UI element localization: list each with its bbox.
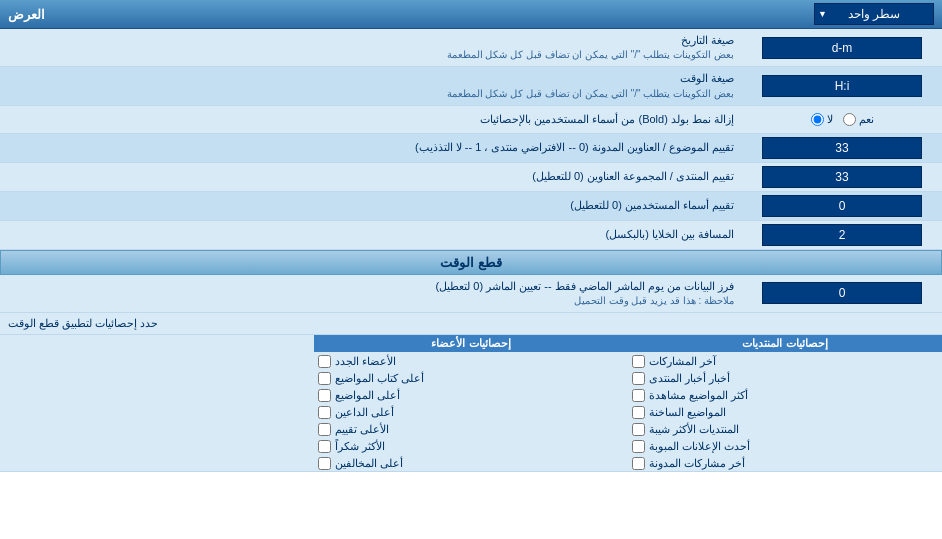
time-cut-label: فرز البيانات من يوم الماشر الماضي فقط --… — [0, 275, 742, 312]
col-members: إحصائيات الأعضاء الأعضاء الجدد أعلى كتاب… — [314, 335, 628, 471]
sort-forum-label: تقييم المنتدى / المجموعة العناوين (0 للت… — [0, 165, 742, 188]
sort-forum-input[interactable] — [762, 166, 922, 188]
cb-item[interactable]: أعلى الداعين — [314, 405, 628, 420]
cb-item[interactable]: المنتديات الأكثر شيبة — [628, 422, 942, 437]
top-header: سطر واحدسطرينثلاثة أسطر العرض — [0, 0, 942, 29]
remove-bold-radio-group: نعم لا — [811, 113, 874, 126]
time-cut-row: فرز البيانات من يوم الماشر الماضي فقط --… — [0, 275, 942, 313]
display-dropdown-wrapper[interactable]: سطر واحدسطرينثلاثة أسطر — [814, 3, 934, 25]
cb-item[interactable]: أحدث الإعلانات المبوبة — [628, 439, 942, 454]
col-forums: إحصائيات المنتديات آخر المشاركات أخبار أ… — [628, 335, 942, 471]
date-format-row: صيغة التاريخ بعض التكوينات يتطلب "/" الت… — [0, 29, 942, 67]
distance-cells-row: المسافة بين الخلايا (بالبكسل) — [0, 221, 942, 250]
radio-yes[interactable] — [843, 113, 856, 126]
distance-cells-input[interactable] — [762, 224, 922, 246]
cb-top-writers[interactable] — [318, 372, 331, 385]
distance-cells-label: المسافة بين الخلايا (بالبكسل) — [0, 223, 742, 246]
cb-top-rated[interactable] — [318, 423, 331, 436]
cb-item[interactable]: آخر المشاركات — [628, 354, 942, 369]
remove-bold-input-cell[interactable]: نعم لا — [742, 110, 942, 129]
page-title: العرض — [8, 7, 45, 22]
col-limit: placeholder — [0, 335, 314, 471]
remove-bold-row: نعم لا إزالة نمط بولد (Bold) من أسماء ال… — [0, 106, 942, 134]
cb-top-inviters[interactable] — [318, 406, 331, 419]
remove-bold-label: إزالة نمط بولد (Bold) من أسماء المستخدمي… — [0, 108, 742, 131]
cb-top-violators[interactable] — [318, 457, 331, 470]
sort-usernames-label: تقييم أسماء المستخدمين (0 للتعطيل) — [0, 194, 742, 217]
cb-item[interactable]: أكثر المواضيع مشاهدة — [628, 388, 942, 403]
sort-forum-row: تقييم المنتدى / المجموعة العناوين (0 للت… — [0, 163, 942, 192]
sort-usernames-input[interactable] — [762, 195, 922, 217]
time-cut-input[interactable] — [762, 282, 922, 304]
time-cut-input-cell[interactable] — [742, 279, 942, 307]
date-format-input-cell[interactable] — [742, 34, 942, 62]
radio-no[interactable] — [811, 113, 824, 126]
sort-topics-row: تقييم الموضوع / العناوين المدونة (0 -- ا… — [0, 134, 942, 163]
cb-most-similar[interactable] — [632, 423, 645, 436]
cb-latest-classified[interactable] — [632, 440, 645, 453]
cb-hot-topics[interactable] — [632, 406, 645, 419]
cb-most-thanks[interactable] — [318, 440, 331, 453]
cb-item[interactable]: أعلى المخالفين — [314, 456, 628, 471]
cb-item[interactable]: الأكثر شكراً — [314, 439, 628, 454]
sort-topics-input[interactable] — [762, 137, 922, 159]
sort-topics-input-cell[interactable] — [742, 134, 942, 162]
cb-item[interactable]: الأعلى تقييم — [314, 422, 628, 437]
radio-no-label[interactable]: لا — [811, 113, 833, 126]
distance-cells-input-cell[interactable] — [742, 221, 942, 249]
cb-item[interactable]: أعلى كتاب المواضيع — [314, 371, 628, 386]
col2-title: إحصائيات الأعضاء — [314, 335, 628, 352]
col1-title: إحصائيات المنتديات — [628, 335, 942, 352]
cb-most-viewed[interactable] — [632, 389, 645, 402]
sort-usernames-input-cell[interactable] — [742, 192, 942, 220]
date-format-input[interactable] — [762, 37, 922, 59]
date-format-label: صيغة التاريخ بعض التكوينات يتطلب "/" الت… — [0, 29, 742, 66]
cb-item[interactable]: أخبار أخبار المنتدى — [628, 371, 942, 386]
time-format-row: صيغة الوقت بعض التكوينات يتطلب "/" التي … — [0, 67, 942, 105]
cb-item[interactable]: أعلى المواضيع — [314, 388, 628, 403]
checkboxes-row: إحصائيات المنتديات آخر المشاركات أخبار أ… — [0, 335, 942, 471]
cb-item[interactable]: أخر مشاركات المدونة — [628, 456, 942, 471]
sort-usernames-row: تقييم أسماء المستخدمين (0 للتعطيل) — [0, 192, 942, 221]
limit-label: حدد إحصائيات لتطبيق قطع الوقت — [0, 313, 942, 334]
cb-item[interactable]: الأعضاء الجدد — [314, 354, 628, 369]
sort-topics-label: تقييم الموضوع / العناوين المدونة (0 -- ا… — [0, 136, 742, 159]
display-dropdown[interactable]: سطر واحدسطرينثلاثة أسطر — [814, 3, 934, 25]
cb-top-topics[interactable] — [318, 389, 331, 402]
cb-item[interactable]: المواضيع الساخنة — [628, 405, 942, 420]
checkboxes-section: حدد إحصائيات لتطبيق قطع الوقت إحصائيات ا… — [0, 313, 942, 472]
time-cut-section-title: قطع الوقت — [0, 250, 942, 275]
radio-yes-label[interactable]: نعم — [843, 113, 874, 126]
time-format-input-cell[interactable] — [742, 72, 942, 100]
sort-forum-input-cell[interactable] — [742, 163, 942, 191]
cb-last-posts[interactable] — [632, 355, 645, 368]
time-format-input[interactable] — [762, 75, 922, 97]
cb-new-members[interactable] — [318, 355, 331, 368]
cb-blog-posts[interactable] — [632, 457, 645, 470]
time-format-label: صيغة الوقت بعض التكوينات يتطلب "/" التي … — [0, 67, 742, 104]
cb-forum-news[interactable] — [632, 372, 645, 385]
